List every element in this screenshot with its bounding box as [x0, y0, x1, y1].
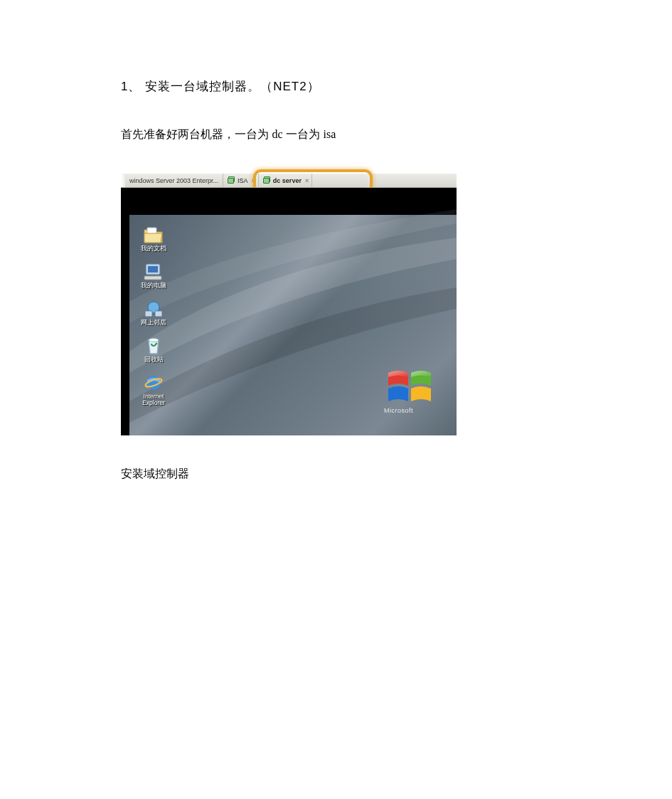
- desktop-icon-recycle-bin[interactable]: 回收站: [143, 336, 164, 363]
- vm-tab-isa-label: ISA: [238, 177, 248, 184]
- vm-tab-main-label: windows Server 2003 Enterpr...: [129, 177, 218, 184]
- svg-rect-6: [155, 311, 162, 317]
- desktop-icon-label: 回收站: [144, 356, 164, 363]
- tabbar-spacer: [312, 174, 457, 187]
- svg-rect-2: [148, 266, 158, 272]
- windows-flag-icon: [384, 369, 438, 406]
- svg-rect-3: [144, 276, 161, 280]
- network-places-icon: [143, 299, 164, 319]
- computer-icon: [143, 262, 164, 282]
- desc-part2: 一台为: [283, 128, 324, 140]
- windows-logo-corner: Microsoft: [384, 369, 438, 414]
- vm-running-icon: [263, 176, 271, 184]
- step-subheading: 安装域控制器: [121, 467, 558, 482]
- desktop-icon-internet-explorer[interactable]: InternetExplorer: [139, 373, 169, 406]
- close-icon[interactable]: ×: [252, 177, 255, 184]
- desktop-icon-label: 我的电脑: [141, 282, 166, 289]
- desktop-icon-my-computer[interactable]: 我的电脑: [141, 262, 166, 289]
- windows-logo-text: Microsoft: [384, 407, 438, 414]
- vm-tab-dc-label: dc server: [273, 177, 302, 184]
- vm-tab-dcserver[interactable]: dc server ×: [259, 174, 312, 187]
- internet-explorer-icon: [143, 373, 164, 393]
- vm-tab-bar: windows Server 2003 Enterpr... ISA × dc …: [121, 174, 457, 188]
- folder-documents-icon: [143, 225, 164, 245]
- step-description: 首先准备好两台机器，一台为 dc 一台为 isa: [121, 127, 558, 142]
- vm-desktop: 我的文档 我的电脑: [121, 188, 457, 435]
- vm-tab-main[interactable]: windows Server 2003 Enterpr...: [125, 174, 223, 187]
- desktop-icon-label: InternetExplorer: [139, 393, 169, 406]
- desc-isa: isa: [323, 128, 336, 140]
- close-icon[interactable]: ×: [305, 177, 309, 184]
- desktop-icons-column: 我的文档 我的电脑: [138, 225, 169, 406]
- desc-part1: 首先准备好两台机器，一台为: [121, 128, 272, 140]
- vm-tab-isa[interactable]: ISA ×: [223, 174, 259, 187]
- svg-rect-5: [145, 311, 152, 317]
- desktop-icon-network-places[interactable]: 网上邻居: [141, 299, 166, 326]
- recycle-bin-icon: [143, 336, 164, 356]
- step-heading: 1、 安装一台域控制器。（NET2）: [121, 78, 558, 95]
- desktop-icon-my-documents[interactable]: 我的文档: [141, 225, 166, 252]
- desktop-icon-label: 网上邻居: [141, 319, 166, 326]
- vm-running-icon: [228, 176, 235, 184]
- desktop-icon-label: 我的文档: [141, 245, 166, 252]
- desc-dc: dc: [272, 128, 282, 140]
- embedded-screenshot: windows Server 2003 Enterpr... ISA × dc …: [121, 174, 457, 435]
- svg-point-7: [149, 338, 159, 342]
